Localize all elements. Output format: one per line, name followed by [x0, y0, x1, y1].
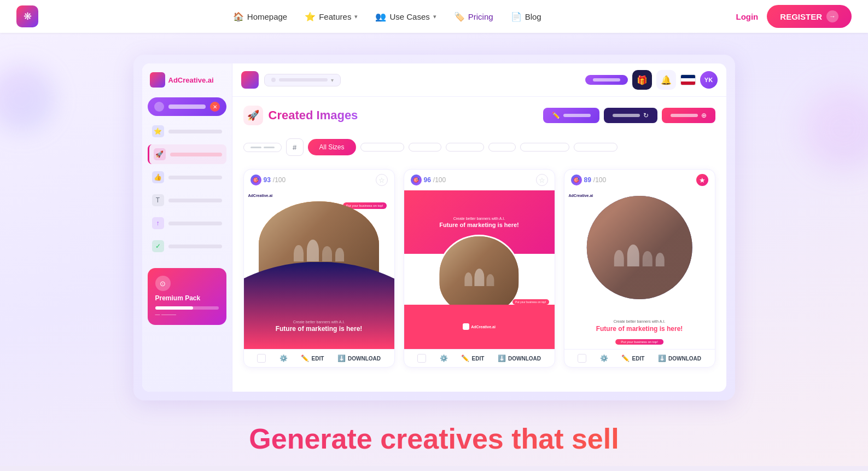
card-image-2: Create better banners with A.I. Future o…: [404, 190, 555, 349]
score-icon-1: 🎯: [251, 175, 261, 185]
ad2-small-text: Create better banners with A.I.: [439, 217, 519, 220]
selector-arrow: ▾: [331, 77, 334, 83]
filter-pill-4[interactable]: [446, 143, 484, 152]
app-window: AdCreative.ai ✕ ⭐ 🚀: [133, 55, 735, 400]
ad3-circle: [587, 196, 692, 299]
card-download-btn-3[interactable]: ⬇️ DOWNLOAD: [658, 354, 701, 362]
ad2-image-circle: [438, 235, 520, 314]
chevron-down-icon: ▾: [354, 13, 358, 20]
card-score-2: 🎯 96 /100: [411, 175, 446, 185]
edit-btn-bar: [563, 114, 591, 117]
topbar-upgrade-button[interactable]: [585, 75, 628, 85]
filter-pill-6[interactable]: [520, 143, 569, 152]
card-star-1[interactable]: ☆: [376, 174, 388, 186]
active-bar: [168, 104, 206, 109]
sidebar-item-3[interactable]: 👍: [148, 167, 226, 187]
created-title-area: 🚀 Created Images: [243, 106, 358, 125]
filter-pill-5[interactable]: [488, 143, 516, 152]
star-icon: ⭐: [305, 11, 316, 22]
nav-homepage[interactable]: 🏠 Homepage: [233, 11, 287, 22]
sidebar-bar-1: [168, 130, 222, 133]
sidebar-item-1[interactable]: ⭐: [148, 121, 226, 141]
topbar-bell-button[interactable]: 🔔: [656, 70, 676, 90]
ad1-small-text: Create better banners with A.I.: [251, 320, 388, 324]
card-star-3[interactable]: ★: [696, 174, 708, 186]
card-checkbox-1[interactable]: [257, 354, 266, 363]
dash-icon: [251, 147, 261, 148]
created-images-title: Created Images: [269, 108, 358, 123]
topbar-gift-button[interactable]: 🎁: [632, 70, 652, 90]
nav-logo[interactable]: ❋: [16, 5, 38, 27]
bell-icon: 🔔: [661, 75, 672, 85]
ad3-text: Create better banners with A.I. Future o…: [564, 319, 715, 334]
ad-creative-2: Create better banners with A.I. Future o…: [404, 190, 555, 349]
pencil-icon: ✏️: [552, 112, 560, 119]
score-icon-3: 🎯: [571, 175, 582, 185]
sidebar-item-4[interactable]: T: [148, 190, 226, 210]
ad2-text-area: Create better banners with A.I. Future o…: [439, 217, 519, 228]
edit-label-2: EDIT: [471, 356, 484, 362]
hero-headline: Generate creatives that sell: [33, 400, 835, 466]
language-selector[interactable]: [680, 74, 696, 85]
card-footer-1: ⚙️ ✏️ EDIT ⬇️ DOWNLOAD: [244, 349, 394, 367]
sidebar-item-6[interactable]: ✓: [148, 236, 226, 256]
login-button[interactable]: Login: [736, 12, 758, 21]
download-label-3: DOWNLOAD: [668, 356, 701, 362]
created-section: 🚀 Created Images ✏️ ↻: [232, 97, 726, 392]
filter-bar: # All Sizes: [243, 134, 715, 160]
new-creative-button[interactable]: ⊕: [662, 108, 715, 123]
nav-blog[interactable]: 📄 Blog: [511, 11, 541, 22]
card-download-btn-2[interactable]: ⬇️ DOWNLOAD: [498, 354, 541, 362]
filter-pill-7[interactable]: [574, 143, 617, 152]
creative-card-3: 🎯 89 /100 ★ AdCreative.ai: [564, 169, 715, 368]
refresh-button[interactable]: ↻: [604, 108, 657, 123]
sidebar-active-btn[interactable]: ✕: [148, 97, 226, 116]
score-value-3: 89: [584, 176, 591, 184]
card-header-2: 🎯 96 /100 ☆: [404, 170, 555, 190]
ad2-bottom: AdCreative.ai: [404, 305, 555, 349]
card-edit-btn-1[interactable]: ✏️ EDIT: [301, 354, 324, 362]
plus-icon: ⊕: [701, 112, 707, 119]
rocket-icon: 🚀: [243, 106, 263, 125]
refresh-btn-bar: [613, 114, 640, 117]
user-avatar[interactable]: YK: [700, 71, 718, 89]
premium-pack-title: Premium Pack: [155, 294, 219, 302]
ad1-logo: AdCreative.ai: [248, 194, 273, 197]
card-settings-btn-1[interactable]: ⚙️: [279, 354, 288, 362]
edit-button[interactable]: ✏️: [543, 108, 599, 123]
app-inner: AdCreative.ai ✕ ⭐ 🚀: [142, 63, 726, 392]
register-button[interactable]: REGISTER →: [767, 5, 852, 28]
workspace-selector[interactable]: ▾: [264, 74, 341, 86]
brand-suffix: .ai: [206, 76, 213, 84]
sidebar-item-2[interactable]: 🚀: [148, 144, 226, 164]
premium-pack-card[interactable]: ⊙ Premium Pack — ———: [148, 268, 226, 325]
card-footer-2: ⚙️ ✏️ EDIT ⬇️ DOWNLOAD: [404, 349, 555, 367]
blob-decoration-2: [802, 88, 868, 170]
card-edit-btn-2[interactable]: ✏️ EDIT: [461, 354, 484, 362]
card-checkbox-2[interactable]: [417, 354, 426, 363]
score-icon-2: 🎯: [411, 175, 422, 185]
ad3-small-text: Create better banners with A.I.: [571, 319, 708, 323]
nav-usecases[interactable]: 👥 Use Cases ▾: [375, 11, 436, 22]
sidebar-icon-check: ✓: [152, 240, 164, 252]
navigation: ❋ 🏠 Homepage ⭐ Features ▾ 👥 Use Cases ▾ …: [0, 0, 868, 33]
filter-pill-2[interactable]: [360, 143, 404, 152]
filter-pill-3[interactable]: [409, 143, 441, 152]
filter-size-selector[interactable]: [243, 143, 282, 152]
sidebar-item-5[interactable]: ↑: [148, 213, 226, 233]
topbar-brand-icon: [241, 71, 259, 89]
nav-features[interactable]: ⭐ Features ▾: [305, 11, 358, 22]
card-checkbox-3[interactable]: [578, 354, 586, 363]
filter-tag-button[interactable]: #: [286, 138, 304, 156]
nav-pricing[interactable]: 🏷️ Pricing: [454, 11, 493, 22]
card-settings-btn-2[interactable]: ⚙️: [440, 354, 448, 362]
card-download-btn-1[interactable]: ⬇️ DOWNLOAD: [337, 354, 381, 362]
ad2-big-text: Future of marketing is here!: [439, 222, 519, 228]
filter-pill-all[interactable]: All Sizes: [308, 139, 356, 155]
card-settings-btn-3[interactable]: ⚙️: [600, 354, 608, 362]
blog-icon: 📄: [511, 11, 522, 22]
card-edit-btn-3[interactable]: ✏️ EDIT: [621, 354, 644, 362]
card-star-2[interactable]: ☆: [536, 174, 548, 186]
top-bar-right: 🎁 🔔 YK: [585, 70, 718, 90]
creative-card-2: 🎯 96 /100 ☆ Create be: [404, 169, 555, 368]
